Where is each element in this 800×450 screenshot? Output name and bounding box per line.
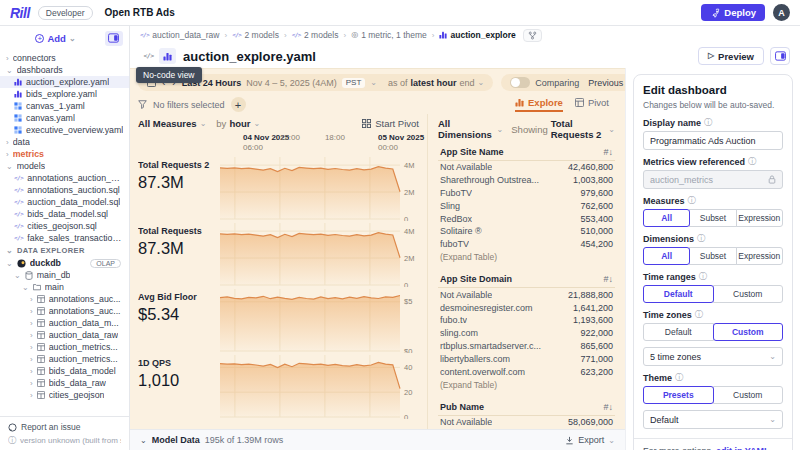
sidebar-item-canvas-yaml[interactable]: canvas.yaml — [0, 112, 129, 124]
breadcrumb-item-auction-data-raw[interactable]: </>auction_data_raw — [140, 30, 219, 40]
leaderboard-row[interactable]: Solitaire ®510,000 — [438, 225, 615, 238]
tab-explore[interactable]: Explore — [515, 97, 563, 112]
edit-in-yaml-link[interactable]: edit in YAML — [716, 446, 770, 450]
explorer-item-main-db[interactable]: ⌄main_db — [0, 269, 129, 281]
breadcrumb-item-auction-explore[interactable]: auction_explore — [439, 30, 515, 40]
preview-button[interactable]: ▷ Preview — [698, 47, 764, 65]
sidebar-item-auction-explore-yaml[interactable]: auction_explore.yaml — [0, 76, 129, 88]
model-data-label[interactable]: Model Data — [152, 435, 200, 445]
leaderboard-row[interactable]: Sharethrough Outstrea...1,003,800 — [438, 174, 615, 187]
leaderboard-header[interactable]: Pub Name#↓ — [438, 401, 615, 416]
leaderboard-row[interactable]: rtbplus.smartadserver.c...865,600 — [438, 340, 615, 353]
no-code-view-button[interactable] — [159, 48, 176, 64]
sidebar-item-data[interactable]: ›data — [0, 136, 129, 148]
explorer-item-annotations-auc[interactable]: ›annotations_auc... — [0, 293, 129, 305]
measure-chart[interactable]: $5$0 — [220, 287, 427, 353]
all-dimensions-selector[interactable]: All Dimensions ⌄ — [438, 118, 503, 140]
leaderboard-row[interactable]: fuboTV454,200 — [438, 238, 615, 251]
leaderboard-row[interactable]: sling.com922,000 — [438, 327, 615, 340]
sidebar-item-annotations-auction-sql[interactable]: </>annotations_auction.sql — [0, 184, 129, 196]
code-view-button[interactable]: </> — [140, 48, 157, 64]
explorer-item-duckdb[interactable]: ⌄duckdbOLAP — [0, 257, 129, 269]
segment-option-expression[interactable]: Expression — [736, 209, 783, 227]
sidebar-item-auction-data-model-sql[interactable]: </>auction_data_model.sql — [0, 196, 129, 208]
avatar[interactable]: A — [773, 4, 790, 21]
leaderboard-header[interactable]: App Site Name#↓ — [438, 146, 615, 161]
start-pivot-button[interactable]: Start Pivot — [362, 118, 419, 129]
explorer-item-main[interactable]: ⌄main — [0, 281, 129, 293]
measure-meta[interactable]: Total Requests87.3M — [138, 221, 220, 287]
measure-meta[interactable]: 1D QPS1,010 — [138, 353, 220, 419]
report-issue-link[interactable]: Report an issue — [8, 422, 121, 432]
segment-option-custom[interactable]: Custom — [713, 323, 784, 341]
segment-option-all[interactable]: All — [643, 209, 690, 227]
interval-selector[interactable]: by hour ⌄ — [216, 118, 260, 129]
sort-indicator[interactable]: #↓ — [603, 147, 613, 157]
explorer-item-bids-data-model[interactable]: ›bids_data_model — [0, 365, 129, 377]
sidebar-item-canvas-1-yaml[interactable]: canvas_1.yaml — [0, 100, 129, 112]
segment-option-custom[interactable]: Custom — [713, 386, 784, 404]
leaderboard-row[interactable]: Not Available21,888,800 — [438, 288, 615, 301]
lineage-branch-button[interactable] — [523, 29, 542, 42]
segment-option-custom[interactable]: Custom — [713, 285, 784, 303]
explorer-item-auction-data-m[interactable]: ›auction_data_m... — [0, 317, 129, 329]
explorer-item-annotations-auc[interactable]: ›annotations_auc... — [0, 305, 129, 317]
sidebar-item-annotations-auction-mod[interactable]: </>annotations_auction_mod... — [0, 172, 129, 184]
comparing-toggle[interactable] — [510, 77, 530, 88]
measure-chart[interactable]: 4M2M0 — [220, 155, 427, 221]
sidebar-item-fake-sales-transactions-y[interactable]: </>fake_sales_transactions.y... — [0, 232, 129, 244]
leaderboard-row[interactable]: Not Available58,069,000 — [438, 416, 615, 429]
sidebar-item-bids-data-model-sql[interactable]: </>bids_data_model.sql — [0, 208, 129, 220]
measure-meta[interactable]: Avg Bid Floor$5.34 — [138, 287, 220, 353]
leaderboard-row[interactable]: desmoinesregister.com1,641,200 — [438, 301, 615, 314]
leaderboard-row[interactable]: fubo.tv1,193,600 — [438, 314, 615, 327]
expand-table-button[interactable]: (Expand Table) — [438, 378, 615, 392]
deploy-button[interactable]: Deploy — [701, 4, 765, 21]
sidebar-item-cities-geojson-sql[interactable]: </>cities_geojson.sql — [0, 220, 129, 232]
leaderboard-header[interactable]: App Site Domain#↓ — [438, 273, 615, 288]
add-filter-button[interactable]: + — [231, 97, 246, 112]
tab-pivot[interactable]: Pivot — [575, 97, 609, 112]
leaderboard-row[interactable]: libertyballers.com771,000 — [438, 352, 615, 365]
measure-meta[interactable]: Total Requests 287.3M — [138, 155, 220, 221]
data-explorer-header[interactable]: ⌄ DATA EXPLORER — [0, 244, 129, 257]
expand-table-button[interactable]: (Expand Table) — [438, 250, 615, 264]
as-of-selector[interactable]: as of latest hour end ⌄ — [388, 78, 484, 88]
explorer-item-auction-metrics[interactable]: ›auction_metrics... — [0, 353, 129, 365]
sidebar-item-metrics[interactable]: ›metrics — [0, 148, 129, 160]
project-name[interactable]: Open RTB Ads — [105, 7, 175, 18]
segment-option-all[interactable]: All — [643, 247, 690, 265]
explorer-item-bids-data-raw[interactable]: ›bids_data_raw — [0, 377, 129, 389]
timezone-badge[interactable]: PST — [342, 78, 366, 88]
explorer-item-cities-geojson[interactable]: ›cities_geojson — [0, 389, 129, 401]
explorer-item-auction-metrics[interactable]: ›auction_metrics... — [0, 341, 129, 353]
toggle-right-panel-button[interactable] — [770, 47, 790, 65]
segment-option-expression[interactable]: Expression — [736, 247, 783, 265]
measure-chart[interactable]: 4M2M0 — [220, 221, 427, 287]
export-button[interactable]: Export ⌄ — [565, 435, 615, 445]
chevron-down-icon[interactable]: ⌄ — [140, 436, 147, 445]
sidebar-item-connectors[interactable]: ›connectors — [0, 52, 129, 64]
breadcrumb-item-1-metric-1-theme[interactable]: ◎1 metric, 1 theme — [351, 30, 427, 40]
sidebar-item-dashboards[interactable]: ⌄dashboards — [0, 64, 129, 76]
sidebar-item-bids-explore-yaml[interactable]: bids_explore.yaml — [0, 88, 129, 100]
display-name-input[interactable] — [643, 131, 783, 150]
collapse-sidebar-button[interactable] — [105, 31, 123, 46]
leaderboard-row[interactable]: content.overwolf.com623,200 — [438, 365, 615, 378]
breadcrumb-item-2-models[interactable]: </>2 models — [232, 30, 279, 40]
sort-indicator[interactable]: #↓ — [603, 402, 613, 412]
time-zones-select[interactable]: 5 time zones ⌄ — [643, 347, 783, 366]
segment-option-presets[interactable]: Presets — [643, 386, 714, 404]
segment-option-default[interactable]: Default — [643, 323, 714, 341]
explorer-item-auction-data-raw[interactable]: ›auction_data_raw — [0, 329, 129, 341]
leaderboard-row[interactable]: FuboTV979,600 — [438, 187, 615, 200]
all-measures-selector[interactable]: All Measures ⌄ — [138, 118, 206, 129]
rill-logo[interactable]: Rill — [10, 5, 30, 21]
segment-option-subset[interactable]: Subset — [689, 247, 736, 265]
showing-measure-selector[interactable]: Showing Total Requests 2 ⌄ — [511, 118, 615, 140]
sort-indicator[interactable]: #↓ — [603, 274, 613, 284]
theme-select[interactable]: Default ⌄ — [643, 410, 783, 429]
add-button[interactable]: + Add ⌄ — [35, 33, 75, 44]
leaderboard-row[interactable]: Not Available42,460,800 — [438, 161, 615, 174]
leaderboard-row[interactable]: RedBox553,400 — [438, 212, 615, 225]
